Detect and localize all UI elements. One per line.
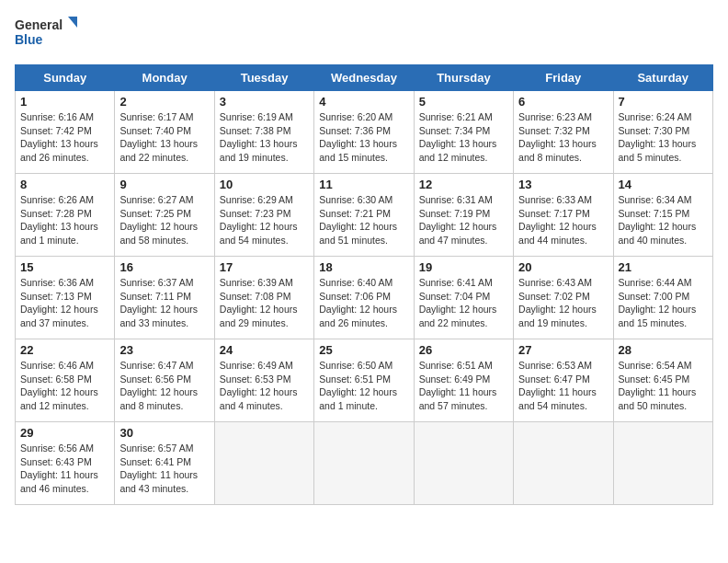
day-info: Sunrise: 6:37 AMSunset: 7:11 PMDaylight:… [119,276,209,330]
day-number: 3 [220,95,309,109]
calendar-body: 1Sunrise: 6:16 AMSunset: 7:42 PMDaylight… [16,91,713,505]
day-info: Sunrise: 6:56 AMSunset: 6:43 PMDaylight:… [20,442,109,496]
day-info: Sunrise: 6:51 AMSunset: 6:49 PMDaylight:… [419,359,508,413]
day-number: 13 [518,178,608,191]
day-cell: 20Sunrise: 6:43 AMSunset: 7:02 PMDayligh… [514,257,613,339]
day-cell: 8Sunrise: 6:26 AMSunset: 7:28 PMDaylight… [16,174,115,257]
day-number: 18 [319,260,408,274]
day-info: Sunrise: 6:49 AMSunset: 6:53 PMDaylight:… [220,359,309,413]
day-cell: 12Sunrise: 6:31 AMSunset: 7:19 PMDayligh… [414,174,513,257]
day-number: 26 [419,343,508,357]
day-info: Sunrise: 6:39 AMSunset: 7:08 PMDaylight:… [220,276,309,330]
day-number: 20 [518,260,608,274]
day-cell: 14Sunrise: 6:34 AMSunset: 7:15 PMDayligh… [613,174,712,257]
svg-marker-2 [68,17,77,28]
day-info: Sunrise: 6:54 AMSunset: 6:45 PMDaylight:… [619,359,708,413]
page-header: General Blue [15,15,713,53]
day-number: 17 [220,260,309,274]
day-info: Sunrise: 6:40 AMSunset: 7:06 PMDaylight:… [319,276,408,330]
day-cell: 6Sunrise: 6:23 AMSunset: 7:32 PMDaylight… [514,91,613,174]
day-cell: 10Sunrise: 6:29 AMSunset: 7:23 PMDayligh… [214,174,313,257]
day-info: Sunrise: 6:57 AMSunset: 6:41 PMDaylight:… [119,442,209,496]
day-info: Sunrise: 6:43 AMSunset: 7:02 PMDaylight:… [518,276,608,330]
day-number: 1 [20,95,109,109]
day-cell: 13Sunrise: 6:33 AMSunset: 7:17 PMDayligh… [514,174,613,257]
day-cell [314,422,414,505]
day-number: 29 [20,426,109,440]
svg-text:General: General [15,17,63,32]
day-number: 2 [119,95,209,109]
day-info: Sunrise: 6:34 AMSunset: 7:15 PMDaylight:… [619,193,708,247]
day-info: Sunrise: 6:30 AMSunset: 7:21 PMDaylight:… [319,193,408,247]
day-cell: 5Sunrise: 6:21 AMSunset: 7:34 PMDaylight… [414,91,513,174]
day-number: 5 [419,95,508,109]
header-saturday: Saturday [613,65,712,91]
day-info: Sunrise: 6:41 AMSunset: 7:04 PMDaylight:… [419,276,508,330]
logo: General Blue [15,15,79,53]
day-number: 9 [119,178,209,191]
day-cell: 30Sunrise: 6:57 AMSunset: 6:41 PMDayligh… [115,422,214,505]
week-row-4: 22Sunrise: 6:46 AMSunset: 6:58 PMDayligh… [16,339,713,422]
day-cell: 17Sunrise: 6:39 AMSunset: 7:08 PMDayligh… [214,257,313,339]
day-cell: 23Sunrise: 6:47 AMSunset: 6:56 PMDayligh… [115,339,214,422]
day-cell: 7Sunrise: 6:24 AMSunset: 7:30 PMDaylight… [613,91,712,174]
day-info: Sunrise: 6:24 AMSunset: 7:30 PMDaylight:… [619,110,708,165]
day-number: 28 [619,343,708,357]
day-info: Sunrise: 6:50 AMSunset: 6:51 PMDaylight:… [319,359,408,413]
day-cell: 9Sunrise: 6:27 AMSunset: 7:25 PMDaylight… [115,174,214,257]
day-info: Sunrise: 6:27 AMSunset: 7:25 PMDaylight:… [119,193,209,247]
day-info: Sunrise: 6:31 AMSunset: 7:19 PMDaylight:… [419,193,508,247]
header-friday: Friday [514,65,613,91]
day-number: 15 [20,260,109,274]
week-row-1: 1Sunrise: 6:16 AMSunset: 7:42 PMDaylight… [16,91,713,174]
day-cell: 19Sunrise: 6:41 AMSunset: 7:04 PMDayligh… [414,257,513,339]
day-info: Sunrise: 6:26 AMSunset: 7:28 PMDaylight:… [20,193,109,247]
day-info: Sunrise: 6:44 AMSunset: 7:00 PMDaylight:… [619,276,708,330]
header-wednesday: Wednesday [314,65,414,91]
day-cell: 22Sunrise: 6:46 AMSunset: 6:58 PMDayligh… [16,339,115,422]
day-cell: 26Sunrise: 6:51 AMSunset: 6:49 PMDayligh… [414,339,513,422]
day-cell: 24Sunrise: 6:49 AMSunset: 6:53 PMDayligh… [214,339,313,422]
day-number: 11 [319,178,408,191]
day-info: Sunrise: 6:23 AMSunset: 7:32 PMDaylight:… [518,110,608,165]
day-info: Sunrise: 6:17 AMSunset: 7:40 PMDaylight:… [119,110,209,165]
day-cell [414,422,513,505]
day-cell [214,422,313,505]
day-cell: 1Sunrise: 6:16 AMSunset: 7:42 PMDaylight… [16,91,115,174]
svg-text:Blue: Blue [15,32,43,47]
day-info: Sunrise: 6:19 AMSunset: 7:38 PMDaylight:… [220,110,309,165]
day-cell [613,422,712,505]
header-tuesday: Tuesday [214,65,313,91]
week-row-5: 29Sunrise: 6:56 AMSunset: 6:43 PMDayligh… [16,422,713,505]
header-thursday: Thursday [414,65,513,91]
day-cell: 15Sunrise: 6:36 AMSunset: 7:13 PMDayligh… [16,257,115,339]
day-cell: 25Sunrise: 6:50 AMSunset: 6:51 PMDayligh… [314,339,414,422]
day-cell [514,422,613,505]
day-info: Sunrise: 6:47 AMSunset: 6:56 PMDaylight:… [119,359,209,413]
day-info: Sunrise: 6:53 AMSunset: 6:47 PMDaylight:… [518,359,608,413]
day-number: 30 [119,426,209,440]
day-number: 14 [619,178,708,191]
day-number: 25 [319,343,408,357]
day-cell: 28Sunrise: 6:54 AMSunset: 6:45 PMDayligh… [613,339,712,422]
day-cell: 27Sunrise: 6:53 AMSunset: 6:47 PMDayligh… [514,339,613,422]
day-number: 8 [20,178,109,191]
day-number: 27 [518,343,608,357]
day-cell: 11Sunrise: 6:30 AMSunset: 7:21 PMDayligh… [314,174,414,257]
day-number: 24 [220,343,309,357]
header-row: SundayMondayTuesdayWednesdayThursdayFrid… [16,65,713,91]
day-number: 23 [119,343,209,357]
day-number: 22 [20,343,109,357]
day-number: 19 [419,260,508,274]
week-row-2: 8Sunrise: 6:26 AMSunset: 7:28 PMDaylight… [16,174,713,257]
day-number: 10 [220,178,309,191]
week-row-3: 15Sunrise: 6:36 AMSunset: 7:13 PMDayligh… [16,257,713,339]
day-number: 4 [319,95,408,109]
day-cell: 18Sunrise: 6:40 AMSunset: 7:06 PMDayligh… [314,257,414,339]
day-number: 21 [619,260,708,274]
day-info: Sunrise: 6:36 AMSunset: 7:13 PMDaylight:… [20,276,109,330]
day-info: Sunrise: 6:20 AMSunset: 7:36 PMDaylight:… [319,110,408,165]
day-cell: 21Sunrise: 6:44 AMSunset: 7:00 PMDayligh… [613,257,712,339]
day-cell: 4Sunrise: 6:20 AMSunset: 7:36 PMDaylight… [314,91,414,174]
day-cell: 29Sunrise: 6:56 AMSunset: 6:43 PMDayligh… [16,422,115,505]
